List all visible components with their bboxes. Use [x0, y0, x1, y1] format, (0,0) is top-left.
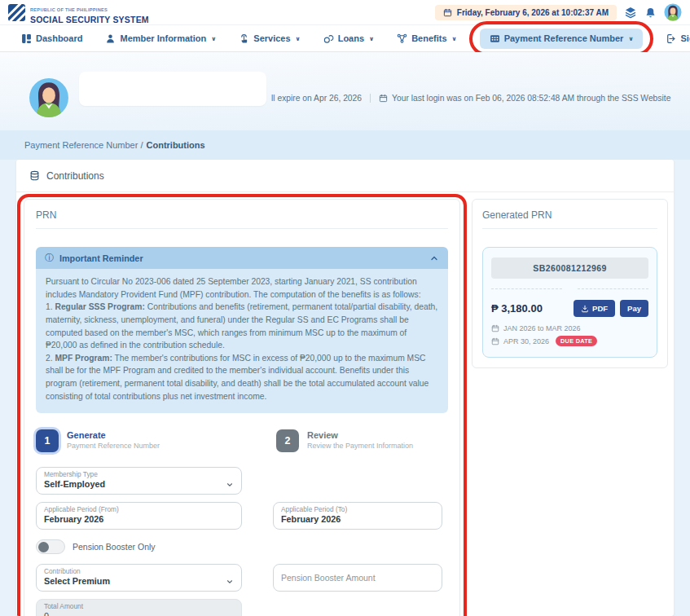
caret-down-icon: ∨ [296, 35, 301, 42]
contributions-card: Contributions PRN ⓘ Important Reminder P… [16, 160, 674, 616]
calendar-range-icon [491, 324, 499, 332]
step-generate: 1 Generate Payment Reference Number [36, 429, 276, 452]
prn-number: SB260081212969 [491, 257, 648, 279]
chevron-down-icon [226, 574, 234, 589]
datetime-text: Friday, February 6, 2026 at 10:02:37 AM [457, 8, 609, 17]
applicable-period-from-field[interactable]: Applicable Period (From) February 2026 [36, 502, 242, 530]
caret-down-icon: ∨ [211, 35, 216, 42]
contribution-select[interactable]: Contribution Select Premium [36, 564, 242, 592]
reminder-item-2: 2. MPF Program: The member's contributio… [46, 352, 438, 403]
banner-text: ll expire on Apr 26, 2026 Your last logi… [271, 94, 670, 103]
step-1-title: Generate [67, 430, 160, 440]
step-2-title: Review [307, 430, 413, 440]
pension-booster-toggle-row: Pension Booster Only [36, 539, 448, 554]
total-amount-field: Total Amount 0 [36, 599, 242, 616]
calendar-icon [443, 8, 452, 17]
prn-panel: PRN ⓘ Important Reminder Pursuant to Cir… [24, 199, 460, 616]
caret-down-icon: ∨ [628, 35, 633, 42]
loans-coins-icon [323, 33, 334, 44]
reminder-intro: Pursuant to Circular No 2023-006 dated 2… [46, 275, 438, 301]
reminder-item-1: 1. Regular SSS Program: Contributions an… [46, 301, 438, 352]
nav-item-sign-out[interactable]: Sign Out [666, 33, 690, 44]
membership-type-select[interactable]: Membership Type Self-Employed [36, 467, 242, 495]
member-person-icon [105, 33, 116, 44]
chevron-down-icon [226, 477, 234, 492]
user-avatar[interactable] [664, 3, 682, 21]
caret-down-icon: ∨ [452, 35, 457, 42]
dashboard-icon [21, 33, 32, 44]
chevron-up-icon[interactable] [429, 253, 439, 263]
services-hand-icon [239, 33, 249, 44]
breadcrumb-current: Contributions [147, 140, 205, 150]
calendar-icon [379, 94, 388, 103]
datetime-badge: Friday, February 6, 2026 at 10:02:37 AM [435, 5, 617, 20]
due-date-badge: DUE DATE [556, 336, 597, 346]
brand-line-bottom: SOCIAL SECURITY SYSTEM [30, 15, 149, 24]
nav-item-payment-reference-number[interactable]: Payment Reference Number ∨ [480, 29, 644, 49]
dashed-divider [491, 288, 648, 289]
redacted-name-overlay [79, 72, 266, 106]
last-login-text: Your last login was on Feb 06, 2026 08:5… [392, 94, 670, 103]
applicable-period-row: JAN 2026 to MAR 2026 [491, 324, 648, 332]
pension-booster-toggle-label: Pension Booster Only [73, 542, 156, 552]
step-1-subtitle: Payment Reference Number [67, 442, 160, 450]
download-icon [581, 305, 589, 313]
prn-amount: ₱ 3,180.00 [491, 302, 543, 315]
prn-form: Membership Type Self-Employed Applicable… [36, 467, 448, 616]
main-nav: Dashboard Member Information ∨ Services … [0, 24, 690, 52]
step-review: 2 Review Review the Payment Information [276, 429, 413, 452]
important-reminder-header[interactable]: ⓘ Important Reminder [36, 247, 448, 269]
step-1-box: 1 [36, 429, 59, 452]
breadcrumb-parent[interactable]: Payment Reference Number / [24, 140, 143, 150]
nav-item-benefits[interactable]: Benefits ∨ [397, 33, 457, 44]
e-services-layers-icon[interactable] [624, 6, 637, 19]
prn-panel-title: PRN [36, 209, 448, 229]
notifications-bell-icon[interactable] [644, 7, 657, 19]
nav-item-loans[interactable]: Loans ∨ [323, 33, 375, 44]
pension-booster-amount-input[interactable] [281, 573, 434, 583]
important-reminder-body: Pursuant to Circular No 2023-006 dated 2… [36, 269, 448, 413]
step-2-box: 2 [276, 429, 299, 452]
sign-out-icon [666, 33, 676, 44]
due-date-row: APR 30, 2026 DUE DATE [491, 336, 648, 346]
user-banner: ll expire on Apr 26, 2026 Your last logi… [0, 52, 690, 130]
amount-row: ₱ 3,180.00 PDF Pay [491, 300, 648, 317]
section-title: Contributions [46, 170, 104, 182]
pension-booster-amount-wrapper [273, 564, 442, 592]
important-reminder-accordion: ⓘ Important Reminder Pursuant to Circula… [36, 247, 448, 413]
page: REPUBLIC OF THE PHILIPPINES SOCIAL SECUR… [0, 0, 690, 616]
calendar-icon [491, 337, 499, 345]
pdf-download-button[interactable]: PDF [574, 300, 615, 317]
nav-item-dashboard[interactable]: Dashboard [21, 33, 82, 44]
card-header: Contributions [16, 160, 674, 192]
step-2-subtitle: Review the Payment Information [307, 442, 413, 450]
contributions-coins-icon [29, 170, 40, 181]
caret-down-icon: ∨ [369, 35, 374, 42]
due-date: APR 30, 2026 [503, 337, 549, 345]
breadcrumb: Payment Reference Number / Contributions [0, 130, 690, 160]
sss-logo-icon [8, 4, 25, 21]
prn-card-icon [490, 33, 500, 44]
brand: REPUBLIC OF THE PHILIPPINES SOCIAL SECUR… [8, 0, 149, 24]
password-expiry-text: ll expire on Apr 26, 2026 [271, 94, 362, 103]
generated-prn-title: Generated PRN [482, 209, 657, 229]
generated-prn-panel: Generated PRN SB260081212969 ₱ 3,180.00 … [472, 199, 668, 368]
user-avatar-large [29, 77, 69, 118]
info-icon: ⓘ [45, 252, 54, 264]
nav-item-services[interactable]: Services ∨ [239, 33, 300, 44]
brand-line-top: REPUBLIC OF THE PHILIPPINES [30, 7, 108, 12]
benefits-network-icon [397, 33, 407, 44]
last-login: Your last login was on Feb 06, 2026 08:5… [370, 94, 670, 103]
generated-prn-card: SB260081212969 ₱ 3,180.00 PDF Pay [482, 247, 657, 358]
card-body: PRN ⓘ Important Reminder Pursuant to Cir… [16, 192, 674, 616]
top-bar: REPUBLIC OF THE PHILIPPINES SOCIAL SECUR… [0, 0, 690, 24]
pension-booster-toggle[interactable] [36, 539, 65, 554]
applicable-period-to-field[interactable]: Applicable Period (To) February 2026 [273, 502, 442, 530]
reminder-title: Important Reminder [59, 253, 143, 263]
nav-item-member-information[interactable]: Member Information ∨ [105, 33, 216, 44]
prn-period: JAN 2026 to MAR 2026 [503, 324, 581, 332]
stepper: 1 Generate Payment Reference Number 2 Re… [36, 429, 448, 452]
toggle-knob [38, 542, 49, 552]
pay-button[interactable]: Pay [620, 300, 648, 317]
